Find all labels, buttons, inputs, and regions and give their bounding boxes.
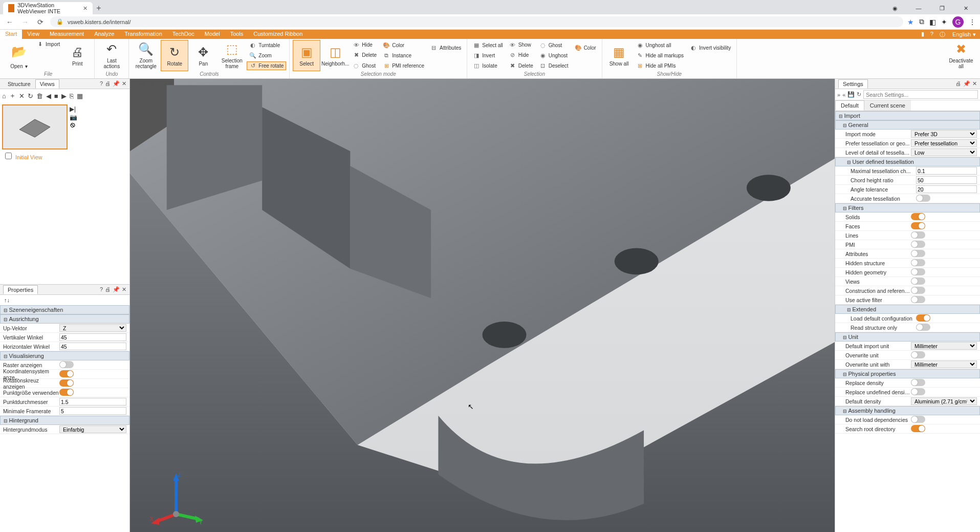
active-filter-toggle[interactable]: [911, 296, 925, 303]
show-raster-toggle[interactable]: [59, 361, 74, 368]
bg-mode-select[interactable]: Einfarbig: [59, 425, 126, 433]
section-assembly[interactable]: Assembly handling: [835, 406, 980, 415]
add-icon[interactable]: ＋: [9, 91, 16, 100]
print-icon[interactable]: 🖨: [105, 286, 111, 293]
stop-icon[interactable]: ■: [54, 92, 58, 100]
read-struct-toggle[interactable]: [916, 324, 930, 331]
ghost-button[interactable]: ◌Ghost: [350, 61, 379, 70]
ribbon-tab-view[interactable]: View: [22, 30, 45, 39]
ribbon-tab-customized[interactable]: Customized Ribbon: [248, 30, 308, 39]
section-visualization[interactable]: Visualisierung: [0, 351, 129, 360]
close-icon[interactable]: ✕: [972, 80, 977, 87]
pmi-reference-button[interactable]: ⊞PMI reference: [380, 61, 427, 70]
export-icon[interactable]: ⎘: [70, 92, 74, 100]
views-toggle[interactable]: [911, 278, 925, 285]
forward-icon[interactable]: →: [19, 18, 31, 26]
pin-icon[interactable]: 📌: [113, 80, 120, 87]
faces-toggle[interactable]: [911, 222, 925, 229]
sort-icon[interactable]: ↑↓: [4, 297, 10, 303]
default-unit-select[interactable]: Millimeter: [911, 342, 977, 350]
horiz-angle-input[interactable]: [59, 343, 126, 350]
replace-undef-toggle[interactable]: [911, 388, 925, 395]
extension-icon[interactable]: ⧉: [919, 17, 924, 26]
section-extended[interactable]: Extended: [835, 305, 980, 314]
vert-angle-input[interactable]: [59, 333, 126, 341]
point-diameter-input[interactable]: [59, 398, 126, 406]
view-checkbox[interactable]: [5, 153, 12, 159]
invert-button[interactable]: ◨Invert: [470, 51, 506, 60]
search-root-toggle[interactable]: [911, 425, 925, 432]
pan-button[interactable]: ✥Pan: [189, 40, 217, 71]
unghost-button[interactable]: ◉Unghost: [537, 51, 571, 60]
constr-toggle[interactable]: [911, 287, 925, 294]
last-actions-button[interactable]: ↶Last actions: [98, 40, 125, 71]
lod-select[interactable]: Low: [911, 148, 977, 156]
instance-button[interactable]: ⧉Instance: [380, 51, 427, 60]
settings-tab[interactable]: Settings: [838, 79, 868, 89]
section-scene-props[interactable]: Szeneneigenschaften: [0, 305, 129, 314]
axis-gizmo[interactable]: Z Y X: [148, 471, 204, 527]
zoom-button[interactable]: 🔍Zoom: [247, 51, 286, 60]
min-framerate-input[interactable]: [59, 407, 126, 415]
collapse-icon[interactable]: «: [842, 92, 845, 98]
star-icon[interactable]: ★: [907, 18, 914, 26]
trash-icon[interactable]: 🗑: [36, 92, 43, 100]
structure-tab[interactable]: Structure: [3, 79, 35, 89]
grid-icon[interactable]: ▦: [77, 92, 83, 100]
back-icon[interactable]: ←: [4, 18, 15, 26]
show-rotcross-toggle[interactable]: [59, 379, 74, 387]
view-thumbnail[interactable]: [2, 104, 68, 150]
minimize-icon[interactable]: —: [907, 2, 930, 14]
lines-toggle[interactable]: [911, 231, 925, 239]
up-vector-select[interactable]: Z: [59, 324, 126, 332]
free-rotate-button[interactable]: ↺Free rotate: [247, 61, 286, 70]
pmi-toggle[interactable]: [911, 241, 925, 248]
maximize-icon[interactable]: ❐: [931, 2, 953, 14]
section-unit[interactable]: Unit: [835, 332, 980, 342]
section-orientation[interactable]: Ausrichtung: [0, 314, 129, 324]
tab-close-icon[interactable]: ✕: [83, 5, 88, 12]
section-background[interactable]: Hintergrund: [0, 416, 129, 425]
info-icon[interactable]: ⓘ: [937, 30, 948, 39]
pin-icon[interactable]: 📌: [963, 80, 970, 87]
view-name-row[interactable]: Initial View: [0, 152, 129, 161]
import-mode-select[interactable]: Prefer 3D: [911, 130, 977, 138]
section-physical[interactable]: Physical properties: [835, 369, 980, 378]
ribbon-tab-transformation[interactable]: Transformation: [119, 30, 167, 39]
ribbon-tab-model[interactable]: Model: [200, 30, 225, 39]
accurate-toggle[interactable]: [916, 195, 930, 202]
zoom-rectangle-button[interactable]: 🔍Zoom rectangle: [132, 40, 160, 71]
color-button[interactable]: 🎨Color: [380, 41, 427, 50]
views-tab[interactable]: Views: [35, 79, 59, 89]
print-button[interactable]: 🖨Print: [63, 40, 91, 71]
settings-search-input[interactable]: [863, 90, 978, 99]
ribbon-tab-techdoc[interactable]: TechDoc: [167, 30, 200, 39]
properties-tab[interactable]: Properties: [3, 285, 38, 294]
show-coord-toggle[interactable]: [59, 370, 74, 377]
rotate-button[interactable]: ↻Rotate: [161, 40, 188, 71]
print-icon[interactable]: 🖨: [105, 80, 111, 87]
cross-icon[interactable]: ✕: [19, 92, 25, 100]
mobile-icon[interactable]: ▮: [918, 30, 927, 39]
refresh-icon[interactable]: ↻: [857, 91, 861, 98]
help-icon[interactable]: ?: [927, 30, 937, 39]
attributes-button[interactable]: ⊟Attributes: [428, 44, 464, 52]
use-pointsize-toggle[interactable]: [59, 389, 74, 396]
puzzle-icon[interactable]: ✦: [941, 18, 947, 26]
color2-button[interactable]: 🎨Color: [572, 44, 599, 52]
section-import[interactable]: Import: [835, 111, 980, 120]
refresh-icon[interactable]: ↻: [28, 92, 33, 100]
expand-icon[interactable]: »: [837, 92, 840, 98]
home-icon[interactable]: ⌂: [2, 92, 6, 100]
ghost2-button[interactable]: ◌Ghost: [537, 41, 571, 50]
hide-markups-button[interactable]: ✎Hide all markups: [634, 51, 686, 60]
video-recording-icon[interactable]: ◉: [884, 2, 906, 14]
new-tab-button[interactable]: +: [93, 4, 105, 13]
show-button[interactable]: 👁Show: [507, 41, 536, 49]
default-density-select[interactable]: Aluminium (2.71 g/cm³): [911, 397, 977, 405]
avatar[interactable]: G: [952, 16, 964, 28]
browser-tab[interactable]: 3DViewStation WebViewer INTE ✕: [3, 2, 93, 14]
prefer-tess-select[interactable]: Prefer tessellation: [911, 139, 977, 147]
open-button[interactable]: 📂: [5, 40, 33, 63]
ribbon-tab-start[interactable]: Start: [0, 30, 22, 39]
